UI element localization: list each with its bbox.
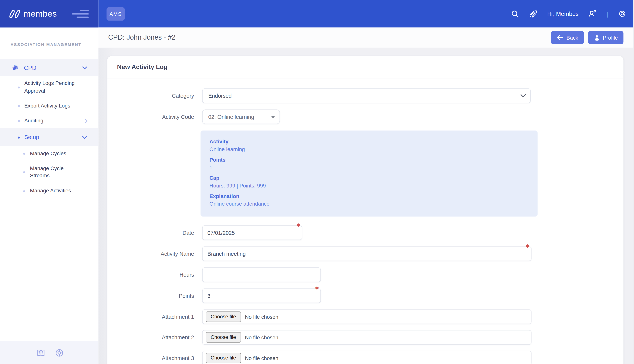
activity-info-box: Activity Online learning Points 1 Cap Ho…: [200, 130, 537, 216]
ams-button[interactable]: AMS: [107, 7, 125, 20]
points-input[interactable]: [202, 288, 321, 303]
category-label: Category: [107, 93, 194, 99]
topbar: AMS Hi,Membes: [98, 0, 634, 28]
file-status: No file chosen: [245, 334, 278, 340]
choose-file-button[interactable]: Choose file: [206, 332, 241, 343]
sidebar-footer: [0, 341, 98, 364]
points-label: Points: [107, 293, 194, 299]
activity-name-input[interactable]: [202, 246, 531, 261]
sidebar-item-auditing[interactable]: Auditing: [0, 113, 98, 128]
chevron-down-icon: [520, 94, 526, 97]
sidebar: membes ASSOCIATION MANAGEMENT ✺ CPD Acti…: [0, 0, 98, 364]
person-icon: [594, 34, 600, 40]
activity-code-label: Activity Code: [107, 114, 194, 120]
attachment-3-label: Attachment 3: [107, 355, 194, 361]
scrollbar-track[interactable]: [633, 0, 634, 364]
bullet-icon: [23, 190, 25, 192]
book-icon[interactable]: [37, 349, 45, 357]
profile-button-label: Profile: [603, 34, 618, 40]
back-button[interactable]: Back: [551, 31, 584, 44]
content-area: New Activity Log Category Endorsed: [98, 48, 634, 364]
greeting-prefix: Hi,: [547, 11, 554, 17]
hours-label: Hours: [107, 272, 194, 278]
attachment-1-file-input[interactable]: Choose file No file chosen: [202, 310, 531, 324]
required-asterisk: ✱: [526, 244, 530, 249]
category-select[interactable]: Endorsed: [202, 88, 531, 103]
card-header: New Activity Log: [107, 56, 623, 78]
card-title: New Activity Log: [117, 63, 167, 71]
activity-name-label: Activity Name: [107, 251, 194, 257]
new-activity-log-card: New Activity Log Category Endorsed: [107, 56, 623, 364]
main-area: AMS Hi,Membes: [98, 0, 634, 364]
profile-button[interactable]: Profile: [588, 31, 623, 44]
app-window: membes ASSOCIATION MANAGEMENT ✺ CPD Acti…: [0, 0, 634, 364]
sidebar-nav: ✺ CPD Activity Logs Pending Approval Exp…: [0, 60, 98, 198]
activity-code-selected-value: 02: Online learning: [208, 114, 254, 120]
sidebar-item-label: Activity Logs Pending Approval: [24, 80, 75, 94]
membes-logo-icon: [9, 8, 20, 19]
file-status: No file chosen: [245, 355, 278, 361]
rocket-icon[interactable]: [529, 9, 538, 18]
lifebuoy-icon[interactable]: [55, 349, 64, 357]
sidebar-section-label: ASSOCIATION MANAGEMENT: [11, 42, 99, 47]
sidebar-logo-bar: membes: [0, 0, 98, 28]
sidebar-toggle-hamburger-icon[interactable]: [72, 10, 89, 18]
category-selected-value: Endorsed: [208, 93, 232, 99]
attachment-2-file-input[interactable]: Choose file No file chosen: [202, 330, 531, 344]
dropdown-triangle-icon: [271, 116, 275, 118]
info-value: 1: [209, 164, 528, 170]
sidebar-item-activity-logs-pending-approval[interactable]: Activity Logs Pending Approval: [0, 76, 98, 98]
greeting: Hi,Membes: [547, 10, 578, 17]
info-label: Activity: [209, 138, 528, 145]
file-status: No file chosen: [245, 314, 278, 320]
bullet-icon: [18, 136, 20, 138]
search-icon[interactable]: [511, 10, 519, 18]
bullet-icon: [23, 172, 25, 174]
choose-file-button[interactable]: Choose file: [206, 312, 241, 322]
date-label: Date: [107, 230, 194, 236]
sidebar-item-label: Manage Cycles: [30, 150, 66, 156]
date-input[interactable]: [202, 226, 302, 240]
bullet-icon: [18, 105, 20, 107]
greeting-username: Membes: [556, 10, 578, 17]
sidebar-item-label: Setup: [24, 134, 39, 140]
sidebar-item-label: Manage Activities: [30, 188, 71, 194]
user-settings-icon[interactable]: [588, 9, 597, 18]
sidebar-item-cpd[interactable]: ✺ CPD: [0, 60, 98, 76]
bullet-icon: [18, 120, 20, 122]
info-value: Online course attendance: [209, 201, 528, 207]
topbar-right: Hi,Membes |: [511, 9, 627, 18]
chevron-down-icon: [82, 66, 87, 69]
attachment-1-label: Attachment 1: [107, 314, 194, 320]
sidebar-item-label: Export Activity Logs: [24, 102, 70, 108]
sidebar-item-label: Manage Cycle Streams: [30, 165, 64, 178]
attachment-3-file-input[interactable]: Choose file No file chosen: [202, 350, 531, 364]
info-value: Hours: 999 | Points: 999: [209, 182, 528, 188]
choose-file-button[interactable]: Choose file: [206, 353, 241, 363]
brand-name: membes: [24, 9, 57, 18]
sidebar-item-manage-cycle-streams[interactable]: Manage Cycle Streams: [0, 161, 98, 184]
info-value: Online learning: [209, 146, 528, 152]
activity-code-select[interactable]: 02: Online learning: [202, 110, 280, 124]
settings-gear-icon[interactable]: [618, 9, 627, 18]
attachment-2-label: Attachment 2: [107, 334, 194, 340]
card-body: Category Endorsed Activity Code: [107, 78, 623, 364]
required-asterisk: ✱: [296, 222, 300, 228]
chevron-right-icon: [85, 119, 88, 123]
info-label: Cap: [209, 175, 528, 181]
bullet-icon: [23, 153, 25, 155]
sidebar-item-manage-activities[interactable]: Manage Activities: [0, 184, 98, 198]
topbar-separator: |: [607, 10, 608, 17]
sidebar-item-export-activity-logs[interactable]: Export Activity Logs: [0, 98, 98, 113]
burst-badge-icon: ✺: [12, 64, 18, 72]
hours-input[interactable]: [202, 268, 321, 282]
info-label: Points: [209, 157, 528, 163]
back-arrow-icon: [557, 35, 564, 40]
page-header: CPD: John Jones - #2 Back: [98, 28, 634, 48]
sidebar-item-label: Auditing: [24, 117, 44, 123]
bullet-icon: [18, 86, 20, 88]
sidebar-item-setup[interactable]: Setup: [0, 128, 98, 146]
sidebar-item-manage-cycles[interactable]: Manage Cycles: [0, 146, 98, 161]
chevron-down-icon: [82, 136, 87, 139]
info-label: Explanation: [209, 193, 528, 199]
